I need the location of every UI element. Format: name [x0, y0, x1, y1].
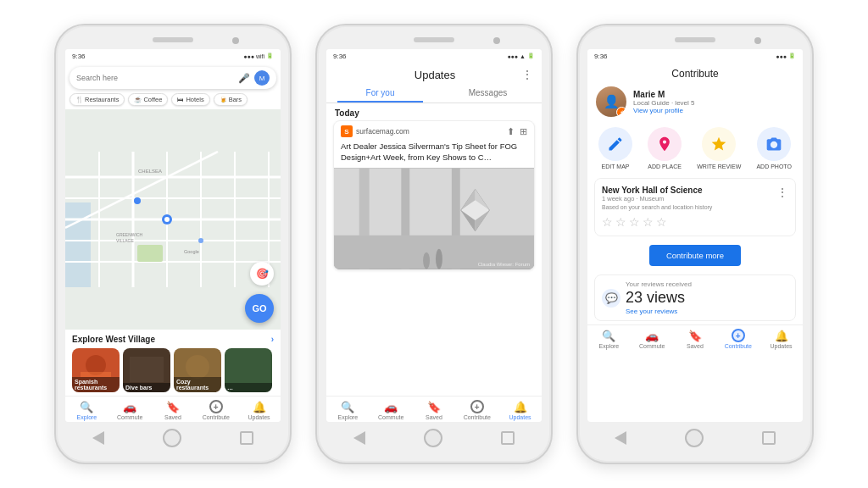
tile-dive-bars[interactable]: Dive bars	[123, 348, 170, 392]
signal-icon-2: ●●●	[507, 53, 518, 59]
star-4[interactable]: ☆	[643, 215, 654, 229]
contribute-header: Contribute	[587, 63, 803, 83]
place-info: New York Hall of Science 1 week ago · Mu…	[602, 186, 703, 202]
add-place-btn[interactable]: ADD PLACE	[648, 127, 682, 169]
recents-button-2[interactable]	[501, 431, 515, 445]
search-input[interactable]	[76, 74, 234, 82]
contribute-actions: EDIT MAP ADD PLACE WRITE REVIEW ADD PHOT…	[587, 122, 803, 175]
tile-extra[interactable]: …	[225, 348, 272, 392]
bottom-nav-updates: 🔍 Explore 🚗 Commute 🔖 Saved + Contribute…	[326, 396, 542, 422]
contribute-screen: 9:36 ●●● 🔋 Contribute 👤 ★ Marie M Local …	[587, 49, 803, 422]
nav-explore[interactable]: 🔍 Explore	[71, 401, 102, 420]
explore-tiles: Spanish restaurants Dive bars Cozy resta…	[72, 348, 274, 392]
view-profile-link[interactable]: View your profile	[633, 107, 794, 114]
phone-contribute: 9:36 ●●● 🔋 Contribute 👤 ★ Marie M Local …	[576, 24, 814, 464]
write-review-btn[interactable]: WRITE REVIEW	[697, 127, 741, 169]
contribute-icon-2: +	[470, 400, 484, 413]
contribute-more-button[interactable]: Contribute more	[649, 245, 741, 266]
nav-contribute-2[interactable]: + Contribute	[462, 400, 492, 420]
updates-header: Updates ⋮	[326, 63, 542, 83]
locate-button[interactable]: 🎯	[250, 262, 274, 286]
nav-updates-2[interactable]: 🔔 Updates	[505, 401, 536, 420]
tile-spanish-label: Spanish restaurants	[72, 377, 120, 392]
star-2[interactable]: ☆	[615, 215, 626, 229]
explore-arrow[interactable]: ›	[271, 335, 274, 344]
nav-saved-3[interactable]: 🔖 Saved	[680, 330, 710, 349]
source-actions[interactable]: ⬆ ⊞	[507, 126, 527, 137]
add-place-icon	[648, 127, 682, 161]
nav-explore-2[interactable]: 🔍 Explore	[332, 401, 363, 420]
maps-screen: 9:36 ●●● wifi 🔋 🎤 M 🍴 Restaurants ☕ Coff…	[65, 49, 281, 422]
phone-speaker-3	[675, 37, 715, 42]
nav-updates-3[interactable]: 🔔 Updates	[766, 330, 797, 349]
nav-commute-2[interactable]: 🚗 Commute	[376, 401, 406, 420]
nav-contribute-3[interactable]: + Contribute	[723, 329, 754, 349]
saved-icon-2: 🔖	[427, 401, 441, 413]
star-5[interactable]: ☆	[656, 215, 667, 229]
wifi-icon-2: ▲	[520, 53, 526, 59]
filter-restaurants[interactable]: 🍴 Restaurants	[70, 93, 125, 106]
place-meta: 1 week ago · Museum	[602, 195, 703, 202]
back-button[interactable]	[92, 431, 104, 445]
star-1[interactable]: ☆	[602, 215, 613, 229]
explore-icon-3: 🔍	[602, 330, 615, 342]
map-area[interactable]: CHELSEA GREENWICH VILLAGE Google 🎯 GO	[65, 109, 281, 330]
local-guide-badge: ★	[616, 107, 626, 117]
phone-updates: 9:36 ●●● ▲ 🔋 Updates ⋮ For you Messages …	[315, 24, 553, 464]
edit-map-icon	[598, 127, 632, 161]
article-card: S surfacemag.com ⬆ ⊞ Art Dealer Jessica …	[333, 120, 535, 270]
tile-cozy[interactable]: Cozy restaurants	[174, 348, 221, 392]
bottom-nav-contribute: 🔍 Explore 🚗 Commute 🔖 Saved + Contribute…	[587, 324, 803, 351]
tab-for-you[interactable]: For you	[326, 83, 434, 103]
hotel-icon: 🛏	[177, 96, 184, 103]
edit-map-btn[interactable]: EDIT MAP	[598, 127, 632, 169]
add-photo-btn[interactable]: ADD PHOTO	[756, 127, 792, 169]
star-3[interactable]: ☆	[629, 215, 640, 229]
home-button-3[interactable]	[685, 429, 704, 447]
write-review-icon	[702, 127, 736, 161]
status-time-2: 9:36	[333, 53, 347, 60]
filter-hotels[interactable]: 🛏 Hotels	[171, 93, 209, 106]
home-button-2[interactable]	[424, 429, 442, 447]
nav-commute-3[interactable]: 🚗 Commute	[637, 330, 667, 349]
nav-saved[interactable]: 🔖 Saved	[158, 401, 188, 420]
user-avatar[interactable]: M	[254, 70, 270, 86]
commute-icon-3: 🚗	[645, 330, 659, 342]
profile-name: Marie M	[633, 90, 794, 99]
home-button[interactable]	[163, 429, 181, 447]
tab-messages[interactable]: Messages	[434, 83, 542, 103]
back-button-3[interactable]	[615, 431, 626, 445]
nav-commute[interactable]: 🚗 Commute	[114, 401, 145, 420]
map-search-bar[interactable]: 🎤 M	[70, 67, 276, 89]
stars-row[interactable]: ☆ ☆ ☆ ☆ ☆	[602, 215, 788, 229]
commute-nav-icon: 🚗	[123, 401, 136, 413]
tile-spanish[interactable]: Spanish restaurants	[72, 348, 120, 392]
see-reviews-link[interactable]: See your reviews	[626, 308, 692, 315]
article-image: Claudia Wieser: Forum	[334, 168, 534, 269]
recents-button[interactable]	[240, 431, 253, 445]
back-button-2[interactable]	[353, 431, 365, 445]
mic-icon[interactable]: 🎤	[238, 73, 250, 84]
source-logo: S	[341, 125, 353, 137]
map-svg: CHELSEA GREENWICH VILLAGE Google	[65, 109, 281, 330]
recents-button-3[interactable]	[762, 431, 776, 445]
share-icon[interactable]: ⬆	[507, 126, 515, 137]
place-more-icon[interactable]: ⋮	[776, 186, 788, 199]
nav-saved-2[interactable]: 🔖 Saved	[419, 401, 449, 420]
go-button[interactable]: GO	[245, 294, 274, 323]
bookmark-icon[interactable]: ⊞	[520, 126, 527, 137]
place-based: Based on your search and location histor…	[602, 204, 788, 210]
nav-explore-3[interactable]: 🔍 Explore	[593, 330, 624, 349]
phone-home-bar-2	[324, 422, 544, 449]
saved-nav-icon: 🔖	[166, 401, 180, 413]
filter-bars[interactable]: 🍺 Bars	[214, 93, 248, 106]
more-icon[interactable]: ⋮	[521, 68, 533, 81]
status-bar: 9:36 ●●● wifi 🔋	[65, 49, 281, 63]
signal-icon: ●●●	[243, 53, 254, 59]
nav-updates[interactable]: 🔔 Updates	[244, 401, 275, 420]
phone-speaker-2	[414, 37, 454, 42]
filter-coffee[interactable]: ☕ Coffee	[128, 93, 168, 106]
svg-text:GREENWICH: GREENWICH	[116, 232, 143, 237]
nav-contribute[interactable]: + Contribute	[201, 400, 231, 420]
status-bar-2: 9:36 ●●● ▲ 🔋	[326, 49, 542, 63]
